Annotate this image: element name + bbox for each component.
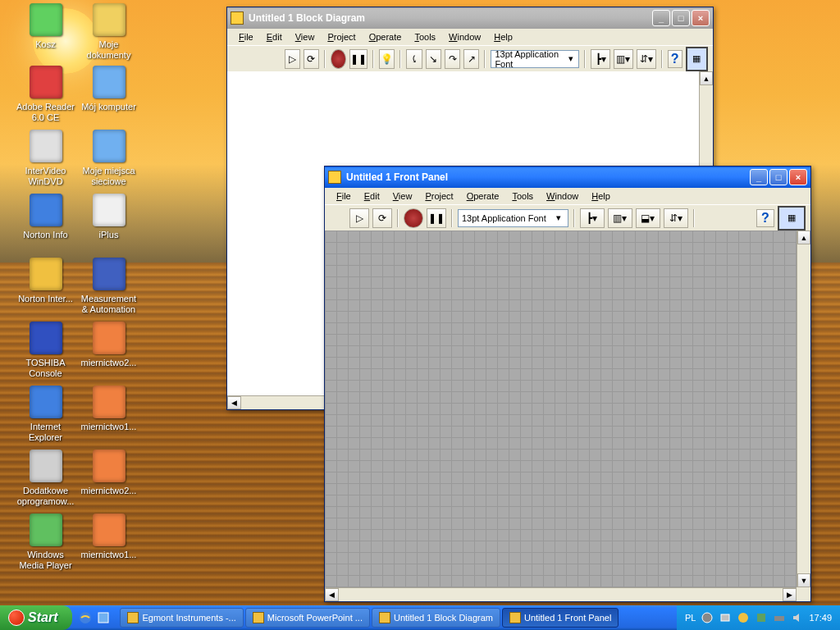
desktop-icon[interactable]: Moje dokumenty [78, 3, 139, 61]
menu-tools[interactable]: Tools [505, 189, 540, 203]
reorder-button[interactable]: ⇵▾ [637, 49, 656, 69]
pause-button[interactable]: ❚❚ [427, 208, 446, 228]
clock[interactable]: 17:49 [809, 613, 832, 623]
desktop-icon[interactable]: TOSHIBA Console [15, 322, 76, 379]
scroll-right-icon[interactable]: ▶ [783, 588, 797, 601]
pause-button[interactable]: ❚❚ [349, 49, 368, 69]
icon-graphic [30, 386, 62, 418]
run-button[interactable]: ▷ [349, 208, 369, 228]
align-button[interactable]: ┣▾ [591, 49, 610, 69]
desktop-icon[interactable]: Norton Info [15, 194, 76, 240]
retain-wire-button[interactable]: ⤹ [406, 49, 422, 69]
taskbar-button[interactable]: Egmont Instruments -... [120, 608, 243, 628]
scroll-left-icon[interactable]: ◀ [325, 588, 339, 601]
scroll-up-icon[interactable]: ▲ [700, 71, 713, 85]
desktop-icon[interactable]: Kosz [15, 3, 76, 50]
font-selector[interactable]: 13pt Application Font▾ [491, 50, 579, 68]
front-panel-canvas[interactable]: ▲▼ ◀▶ [325, 231, 810, 601]
menu-help[interactable]: Help [585, 189, 617, 203]
maximize-button[interactable]: □ [769, 169, 788, 185]
desktop-icon[interactable]: Dodatkowe oprogramow... [15, 450, 76, 507]
menu-operate[interactable]: Operate [363, 30, 409, 43]
desktop-icon[interactable]: Norton Inter... [15, 258, 76, 304]
abort-button[interactable] [331, 49, 346, 69]
resize-button[interactable]: ⬓▾ [636, 208, 660, 228]
desktop-icon[interactable]: miernictwo2... [78, 450, 139, 496]
desktop-icon[interactable]: iPlus [78, 194, 139, 240]
menu-help[interactable]: Help [487, 30, 519, 43]
desktop-icon[interactable]: miernictwo1... [78, 386, 139, 432]
menu-project[interactable]: Project [418, 189, 459, 203]
help-button[interactable]: ? [756, 209, 774, 227]
scroll-up-icon[interactable]: ▲ [797, 231, 810, 244]
icon-graphic [93, 130, 126, 162]
taskbar-button[interactable]: Untitled 1 Block Diagram [372, 608, 500, 628]
icon-graphic [30, 194, 62, 226]
run-continuous-button[interactable]: ⟳ [372, 208, 392, 228]
desktop-icon[interactable]: Measurement & Automation [78, 258, 139, 315]
toolbar: ▷ ⟳ ❚❚ 13pt Application Font▾ ┣▾ ▥▾ ⬓▾ ⇵… [325, 204, 810, 231]
minimize-button[interactable]: _ [652, 10, 670, 26]
vi-icon[interactable]: ▦ [686, 47, 709, 71]
menu-view[interactable]: View [289, 30, 322, 43]
desktop-icon[interactable]: miernictwo2... [78, 322, 139, 368]
tray-icon[interactable] [719, 611, 732, 624]
minimize-button[interactable]: _ [750, 169, 768, 185]
highlight-button[interactable]: 💡 [379, 49, 395, 69]
menu-window[interactable]: Window [540, 189, 585, 203]
step-into-button[interactable]: ↘ [426, 49, 441, 69]
step-out-button[interactable]: ↗ [463, 49, 479, 69]
run-continuous-button[interactable]: ⟳ [304, 49, 319, 69]
menu-project[interactable]: Project [321, 30, 362, 43]
scroll-left-icon[interactable]: ◀ [227, 396, 241, 409]
titlebar[interactable]: Untitled 1 Front Panel _ □ × [325, 167, 810, 188]
desktop-icon[interactable]: Mój komputer [78, 66, 139, 112]
menu-file[interactable]: File [232, 30, 260, 43]
run-button[interactable]: ▷ [285, 49, 300, 69]
align-button[interactable]: ┣▾ [580, 208, 605, 228]
tray-volume-icon[interactable] [791, 611, 804, 624]
menu-tools[interactable]: Tools [408, 30, 442, 43]
window-front-panel[interactable]: Untitled 1 Front Panel _ □ × File Edit V… [324, 166, 811, 602]
desktop-icon[interactable]: Windows Media Player [15, 514, 76, 571]
desktop-icon[interactable]: miernictwo1... [78, 514, 139, 560]
menu-view[interactable]: View [386, 189, 419, 203]
font-selector[interactable]: 13pt Application Font▾ [458, 209, 568, 227]
icon-label: Moje miejsca sieciowe [78, 166, 139, 187]
menu-operate[interactable]: Operate [460, 189, 506, 203]
desktop-icon[interactable]: InterVideo WinDVD [15, 130, 76, 187]
step-over-button[interactable]: ↷ [445, 49, 460, 69]
menu-file[interactable]: File [330, 189, 358, 203]
tray-icon[interactable] [755, 611, 768, 624]
vi-icon[interactable]: ▦ [778, 206, 806, 231]
tray-icon[interactable] [701, 611, 714, 624]
desktop-icon[interactable]: Moje miejsca sieciowe [78, 130, 139, 187]
scroll-down-icon[interactable]: ▼ [797, 573, 810, 587]
menu-edit[interactable]: Edit [260, 30, 289, 43]
language-indicator[interactable]: PL [685, 613, 696, 623]
ie-icon[interactable] [77, 609, 94, 626]
close-button[interactable]: × [789, 169, 807, 185]
taskbar-button[interactable]: Untitled 1 Front Panel [502, 608, 619, 628]
maximize-button[interactable]: □ [672, 10, 690, 26]
vertical-scrollbar[interactable]: ▲▼ [797, 231, 810, 587]
abort-button[interactable] [404, 208, 423, 228]
icon-label: Dodatkowe oprogramow... [15, 486, 76, 507]
tray-icon[interactable] [737, 611, 750, 624]
desktop-icon[interactable]: Internet Explorer [15, 386, 76, 443]
distribute-button[interactable]: ▥▾ [608, 208, 632, 228]
reorder-button[interactable]: ⇵▾ [664, 208, 688, 228]
titlebar[interactable]: Untitled 1 Block Diagram _ □ × [227, 7, 713, 29]
menu-edit[interactable]: Edit [358, 189, 386, 203]
menu-window[interactable]: Window [442, 30, 487, 43]
desktop-icon[interactable]: Adobe Reader 6.0 CE [15, 66, 76, 123]
close-button[interactable]: × [692, 10, 710, 26]
show-desktop-icon[interactable] [95, 609, 112, 626]
horizontal-scrollbar[interactable]: ◀▶ [325, 587, 797, 601]
start-button[interactable]: Start [0, 605, 72, 630]
taskbar-button[interactable]: Microsoft PowerPoint ... [245, 608, 370, 628]
task-label: Microsoft PowerPoint ... [267, 613, 363, 623]
tray-icon[interactable] [773, 611, 786, 624]
help-button[interactable]: ? [668, 50, 682, 68]
distribute-button[interactable]: ▥▾ [614, 49, 633, 69]
